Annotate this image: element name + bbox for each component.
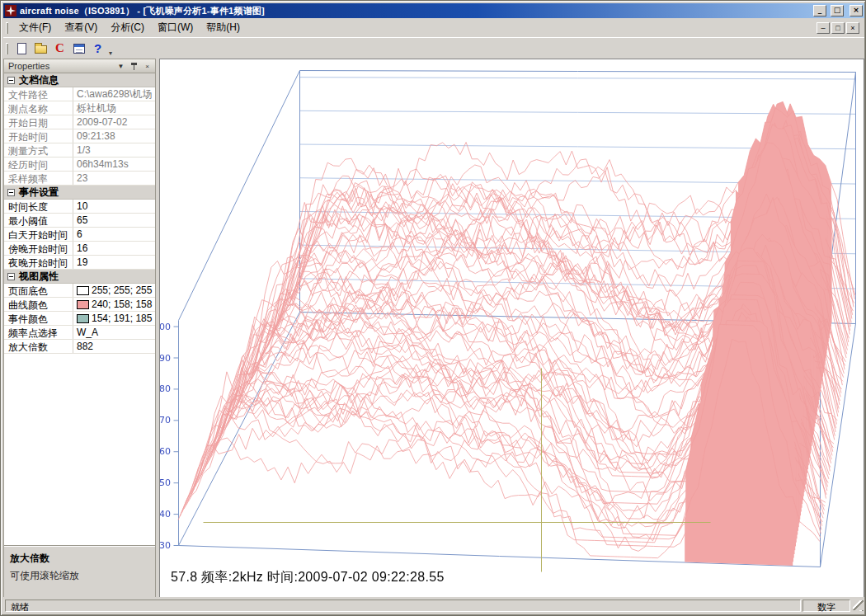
property-name: 事件颜色 bbox=[4, 312, 73, 325]
color-swatch[interactable] bbox=[77, 300, 89, 309]
menu-item-view[interactable]: 查看(V) bbox=[58, 17, 104, 38]
property-value[interactable]: 19 bbox=[73, 256, 155, 269]
property-name: 时间长度 bbox=[4, 200, 73, 213]
property-value-text: 882 bbox=[77, 341, 93, 352]
property-value[interactable]: 154; 191; 185 bbox=[73, 312, 155, 325]
category-title: 文档信息 bbox=[19, 73, 59, 87]
resize-grip[interactable] bbox=[853, 600, 864, 611]
color-swatch[interactable] bbox=[77, 286, 89, 295]
mdi-restore-button[interactable]: □ bbox=[831, 22, 845, 34]
menu-drag-grip[interactable] bbox=[6, 22, 8, 34]
property-value[interactable]: 10 bbox=[73, 200, 155, 213]
property-value[interactable]: 65 bbox=[73, 214, 155, 227]
color-swatch[interactable] bbox=[77, 314, 89, 323]
new-file-button[interactable] bbox=[12, 40, 31, 58]
close-button[interactable]: × bbox=[850, 5, 863, 16]
toolbar-overflow-button[interactable]: ▾ bbox=[107, 49, 114, 59]
properties-panel: Properties ▼ × 文档信息文件路径C:\awa6298\机场测点名称… bbox=[3, 59, 156, 599]
property-value[interactable]: 2009-07-02 bbox=[73, 115, 155, 129]
toolbar-buttons: C? bbox=[12, 40, 107, 58]
property-row: 事件颜色154; 191; 185 bbox=[4, 312, 155, 326]
open-folder-icon bbox=[35, 45, 47, 54]
property-value[interactable]: 栎社机场 bbox=[73, 101, 155, 115]
property-value[interactable]: 1/3 bbox=[73, 143, 155, 157]
property-value-text: 65 bbox=[77, 214, 87, 226]
new-document-icon bbox=[17, 43, 26, 54]
property-name: 傍晚开始时间 bbox=[4, 242, 73, 255]
property-value[interactable]: W_A bbox=[73, 326, 155, 339]
property-row: 开始日期2009-07-02 bbox=[4, 115, 155, 129]
property-value-text: 255; 255; 255 bbox=[92, 284, 152, 296]
property-value-text: 06h34m13s bbox=[77, 158, 129, 170]
property-row: 测量方式1/3 bbox=[4, 143, 155, 158]
mdi-close-button[interactable]: × bbox=[846, 22, 859, 34]
property-row: 页面底色255; 255; 255 bbox=[4, 284, 155, 298]
property-value-text: 1/3 bbox=[77, 144, 91, 156]
menu-item-file[interactable]: 文件(F) bbox=[12, 17, 58, 38]
property-value[interactable]: 255; 255; 255 bbox=[73, 284, 155, 297]
menu-item-window[interactable]: 窗口(W) bbox=[151, 17, 200, 38]
property-value[interactable]: 06h34m13s bbox=[73, 158, 155, 171]
toolbar-drag-grip[interactable] bbox=[6, 43, 8, 54]
property-row: 开始时间09:21:38 bbox=[4, 129, 155, 143]
property-name: 测量方式 bbox=[4, 143, 73, 157]
panel-close-icon[interactable]: × bbox=[142, 61, 153, 72]
minimize-button[interactable]: _ bbox=[813, 5, 826, 16]
property-name: 文件路径 bbox=[4, 87, 73, 101]
help-icon: ? bbox=[94, 41, 101, 55]
property-name: 开始时间 bbox=[4, 129, 73, 143]
collapse-icon[interactable] bbox=[7, 77, 15, 84]
property-row: 放大倍数882 bbox=[4, 340, 155, 354]
property-value-text: 240; 158; 158 bbox=[92, 299, 152, 310]
collapse-icon[interactable] bbox=[7, 189, 15, 196]
app-icon bbox=[5, 5, 16, 16]
pin-glyph bbox=[130, 63, 138, 70]
property-row: 采样频率23 bbox=[4, 172, 155, 186]
property-name: 最小阈值 bbox=[4, 214, 73, 227]
letter-c-icon: C bbox=[55, 42, 64, 54]
property-value-text: 16 bbox=[77, 242, 87, 254]
properties-panel-header: Properties ▼ × bbox=[4, 59, 155, 73]
property-category[interactable]: 事件设置 bbox=[4, 186, 155, 200]
help-button[interactable]: ? bbox=[88, 40, 107, 58]
c-tool-button[interactable]: C bbox=[50, 40, 69, 58]
property-value[interactable]: 6 bbox=[73, 228, 155, 241]
property-row: 傍晚开始时间16 bbox=[4, 242, 155, 256]
status-bar: 就绪 数字 bbox=[3, 597, 864, 613]
property-row: 最小阈值65 bbox=[4, 214, 155, 228]
maximize-button[interactable]: □ bbox=[831, 5, 844, 16]
property-description: 放大倍数 可使用滚轮缩放 bbox=[4, 545, 155, 598]
chevron-down-icon[interactable]: ▼ bbox=[115, 61, 126, 72]
properties-window-icon bbox=[73, 44, 85, 54]
property-name: 曲线颜色 bbox=[4, 298, 73, 311]
property-value-text: 09:21:38 bbox=[77, 130, 115, 142]
menu-items: 文件(F)查看(V)分析(C)窗口(W)帮助(H) bbox=[12, 17, 247, 38]
property-name: 经历时间 bbox=[4, 158, 73, 171]
property-value-text: 19 bbox=[77, 256, 87, 268]
property-row: 曲线颜色240; 158; 158 bbox=[4, 298, 155, 312]
property-value[interactable]: C:\awa6298\机场 bbox=[73, 87, 155, 101]
properties-button[interactable] bbox=[69, 40, 88, 58]
property-value[interactable]: 23 bbox=[73, 172, 155, 185]
menu-item-help[interactable]: 帮助(H) bbox=[200, 17, 247, 38]
menu-item-analysis[interactable]: 分析(C) bbox=[104, 17, 151, 38]
open-file-button[interactable] bbox=[31, 40, 50, 58]
property-category[interactable]: 视图属性 bbox=[4, 270, 155, 284]
property-value-text: 23 bbox=[77, 172, 87, 184]
property-value[interactable]: 16 bbox=[73, 242, 155, 255]
window-title: aircraft noise（ISO3891） - [飞机噪声分析1-事件1频谱… bbox=[20, 5, 809, 17]
property-category[interactable]: 文档信息 bbox=[4, 73, 155, 87]
collapse-icon[interactable] bbox=[7, 273, 15, 280]
status-num-indicator: 数字 bbox=[802, 600, 850, 612]
property-value[interactable]: 240; 158; 158 bbox=[73, 298, 155, 311]
pin-icon[interactable] bbox=[129, 61, 139, 72]
waterfall-chart-canvas[interactable] bbox=[160, 59, 864, 598]
property-value[interactable]: 882 bbox=[73, 340, 155, 353]
mdi-window-buttons: – □ × bbox=[817, 22, 864, 34]
mdi-minimize-button[interactable]: – bbox=[817, 22, 830, 34]
status-message: 就绪 bbox=[5, 600, 801, 612]
property-value[interactable]: 09:21:38 bbox=[73, 129, 155, 143]
property-name: 页面底色 bbox=[4, 284, 73, 297]
property-name: 频率点选择 bbox=[4, 326, 73, 339]
property-value-text: C:\awa6298\机场 bbox=[77, 87, 152, 101]
